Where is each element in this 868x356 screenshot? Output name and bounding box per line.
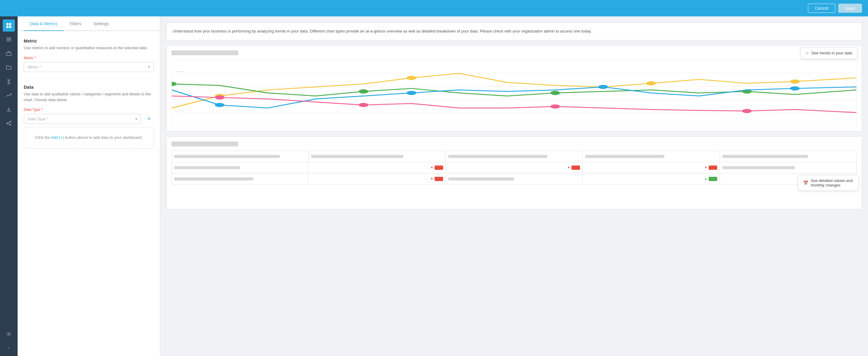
svg-point-36 bbox=[215, 95, 225, 100]
table-header-cell bbox=[172, 151, 308, 162]
chart2-tooltip: 📅 See detailed values and monthly change… bbox=[798, 175, 859, 191]
svg-point-38 bbox=[551, 104, 560, 109]
arrow-down-icon: ▼ bbox=[430, 177, 433, 180]
table-chart-card: ▼ ▼ ▼ bbox=[166, 137, 862, 209]
save-button[interactable]: Save bbox=[838, 4, 862, 13]
add-data-button[interactable]: + bbox=[144, 114, 154, 124]
metric-dropdown-placeholder: Metric * bbox=[28, 65, 41, 69]
svg-point-30 bbox=[551, 91, 560, 95]
sidebar-item-briefcase[interactable] bbox=[3, 48, 15, 60]
svg-text:—: — bbox=[175, 109, 184, 113]
table-data-cell bbox=[172, 173, 308, 184]
table-preview: ▼ ▼ ▼ bbox=[172, 151, 857, 185]
svg-rect-4 bbox=[6, 38, 11, 38]
metric-dropdown-arrow-icon: ▾ bbox=[148, 65, 150, 69]
value-block-green bbox=[709, 177, 717, 181]
metric-section: Metric Use metrics to add numeric or qua… bbox=[24, 38, 154, 72]
svg-point-34 bbox=[598, 85, 608, 89]
main-layout: › Data & Metrics Filters Settings Metric… bbox=[0, 17, 868, 356]
chart1-header-bar bbox=[172, 51, 238, 55]
data-type-dropdown[interactable]: Data Type * ▾ bbox=[24, 114, 141, 124]
table-header-cell bbox=[583, 151, 719, 162]
tab-settings[interactable]: Settings bbox=[87, 17, 115, 31]
tab-data-metrics[interactable]: Data & Metrics bbox=[24, 17, 64, 31]
value-block-red bbox=[709, 166, 717, 170]
table-header-cell bbox=[309, 151, 445, 162]
svg-point-27 bbox=[790, 79, 800, 84]
empty-state-suffix: button above to add data to your dashboa… bbox=[65, 135, 143, 140]
left-panel: Data & Metrics Filters Settings Metric U… bbox=[18, 17, 160, 356]
chart2-tooltip-text: See detailed values and monthly changes bbox=[811, 178, 854, 187]
sidebar-item-trending[interactable] bbox=[3, 89, 15, 101]
svg-point-37 bbox=[359, 103, 368, 107]
svg-point-32 bbox=[215, 103, 225, 107]
data-type-dropdown-arrow-icon: ▾ bbox=[135, 117, 137, 121]
chart2-tooltip-icon: 📅 bbox=[803, 180, 808, 185]
svg-rect-5 bbox=[6, 39, 11, 40]
sidebar-item-menu[interactable] bbox=[3, 33, 15, 46]
cancel-button[interactable]: Cancel bbox=[808, 4, 835, 13]
svg-point-11 bbox=[7, 123, 8, 124]
table-header-cell bbox=[446, 151, 582, 162]
add-plus-link[interactable]: Add (+) bbox=[51, 135, 65, 140]
value-block-red bbox=[435, 177, 443, 181]
metric-dropdown[interactable]: Metric * ▾ bbox=[24, 62, 154, 72]
chart1-tooltip-icon: ✓ bbox=[805, 51, 809, 56]
data-type-placeholder: Data Type * bbox=[28, 117, 48, 121]
empty-state-prefix: Click the bbox=[35, 135, 50, 140]
line-chart-card: ✓ See trends in your data — — — — bbox=[166, 45, 862, 131]
chart2-header-bar bbox=[172, 142, 238, 146]
svg-point-29 bbox=[359, 89, 368, 94]
sidebar-item-share[interactable] bbox=[3, 117, 15, 129]
metric-section-desc: Use metrics to add numeric or quantitati… bbox=[24, 45, 154, 51]
svg-rect-7 bbox=[6, 53, 11, 56]
table-data-cell bbox=[720, 162, 857, 173]
svg-point-12 bbox=[10, 124, 11, 125]
chart1-tooltip: ✓ See trends in your data bbox=[800, 48, 857, 59]
sidebar-item-download[interactable] bbox=[3, 103, 15, 115]
svg-point-25 bbox=[407, 76, 416, 80]
line-chart-area: — — — — bbox=[172, 60, 857, 126]
right-panel: Understand how your business is performi… bbox=[160, 17, 868, 356]
svg-rect-1 bbox=[9, 23, 11, 25]
info-text: Understand how your business is performi… bbox=[173, 29, 591, 33]
table-header-cell bbox=[720, 151, 857, 162]
svg-rect-2 bbox=[6, 26, 8, 28]
info-box: Understand how your business is performi… bbox=[166, 23, 862, 40]
svg-point-35 bbox=[790, 86, 800, 91]
svg-rect-6 bbox=[6, 41, 11, 41]
svg-point-33 bbox=[407, 91, 416, 95]
data-field-label: Data Type * bbox=[24, 108, 154, 112]
topbar: Cancel Save bbox=[0, 0, 868, 17]
svg-point-10 bbox=[10, 121, 11, 122]
sidebar-item-folder[interactable] bbox=[3, 61, 15, 73]
svg-line-13 bbox=[8, 122, 10, 123]
svg-rect-3 bbox=[9, 26, 11, 28]
table-data-cell: ▼ bbox=[583, 162, 719, 173]
arrow-down-icon: ▼ bbox=[705, 166, 708, 169]
data-section-desc: Use data to add qualitative values / cat… bbox=[24, 91, 154, 103]
chart1-tooltip-text: See trends in your data bbox=[811, 51, 852, 55]
sidebar-item-dashboard[interactable] bbox=[3, 20, 15, 32]
svg-line-14 bbox=[8, 124, 10, 124]
svg-point-26 bbox=[646, 81, 656, 85]
data-type-row: Data Type * ▾ + bbox=[24, 114, 154, 124]
metric-section-title: Metric bbox=[24, 38, 154, 43]
svg-text:—: — bbox=[175, 69, 184, 73]
tab-bar: Data & Metrics Filters Settings bbox=[18, 17, 160, 31]
sidebar-item-settings[interactable] bbox=[3, 328, 15, 340]
table-data-cell bbox=[446, 173, 582, 184]
tab-filters[interactable]: Filters bbox=[64, 17, 87, 31]
empty-state: Click the Add (+) button above to add da… bbox=[24, 127, 154, 149]
data-section: Data Use data to add qualitative values … bbox=[24, 84, 154, 149]
metric-field-label: Metric * bbox=[24, 56, 154, 60]
sidebar-item-tools[interactable] bbox=[3, 75, 15, 87]
arrow-down-icon: ▼ bbox=[430, 166, 433, 169]
svg-point-39 bbox=[742, 109, 752, 113]
table-data-cell: ▼ bbox=[309, 162, 445, 173]
collapse-sidebar-button[interactable]: › bbox=[0, 342, 18, 353]
table-data-cell: ▲ bbox=[583, 173, 719, 184]
table-data-cell: ▼ bbox=[309, 173, 445, 184]
svg-point-15 bbox=[8, 333, 10, 335]
value-block-red bbox=[571, 166, 580, 170]
